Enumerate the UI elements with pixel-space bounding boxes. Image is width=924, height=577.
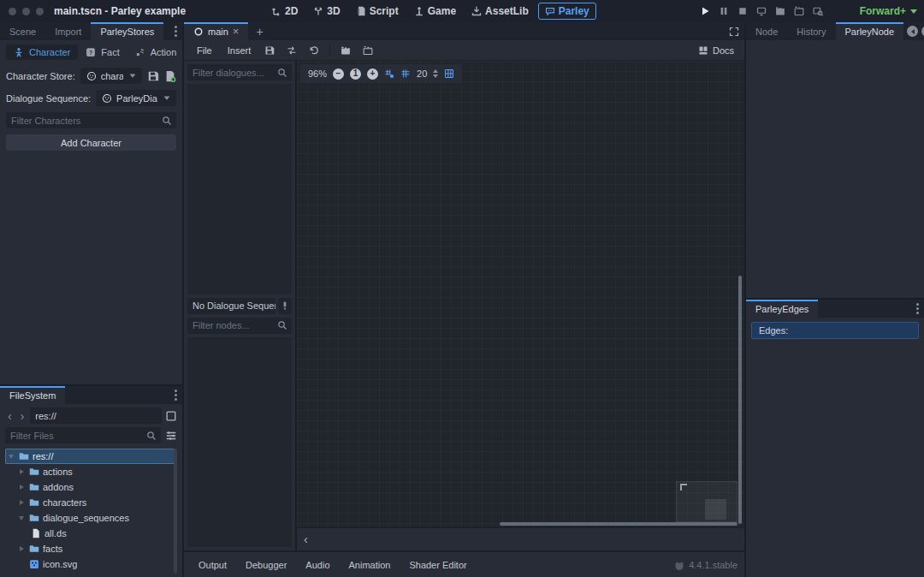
filter-nodes-field[interactable] <box>187 318 292 334</box>
tab-node[interactable]: Node <box>746 22 787 40</box>
window-close-button[interactable] <box>9 8 16 15</box>
tab-parleynode[interactable]: ParleyNode <box>836 22 903 40</box>
dock-menu-icon[interactable] <box>175 394 177 396</box>
minimap-viewport[interactable] <box>705 499 726 520</box>
dialogues-list[interactable] <box>187 84 292 294</box>
expand-caret-icon[interactable] <box>17 500 26 505</box>
tree-row[interactable]: dialogue_sequences <box>5 510 177 526</box>
zoom-out-button[interactable]: − <box>333 68 344 80</box>
collapse-caret-icon[interactable] <box>7 455 15 459</box>
zoom-in-button[interactable]: + <box>367 68 378 80</box>
tree-row[interactable]: icon.svg <box>5 556 177 572</box>
filter-files-field[interactable] <box>5 427 161 443</box>
save-dialogue-icon[interactable] <box>260 45 279 56</box>
sort-options-icon[interactable] <box>165 430 177 442</box>
filter-characters-field[interactable] <box>6 112 176 128</box>
tree-row[interactable]: addons <box>5 479 177 495</box>
expand-editor-icon[interactable] <box>729 27 739 37</box>
add-character-button[interactable]: Add Character <box>6 134 176 151</box>
collapse-caret-icon[interactable] <box>17 516 26 520</box>
snap-step-value[interactable]: 20 <box>417 68 427 79</box>
mode-action-button[interactable]: Action <box>127 45 185 60</box>
context-script-button[interactable]: Script <box>350 3 405 19</box>
tree-scrollbar[interactable] <box>174 449 177 574</box>
grid-toggle-icon[interactable] <box>400 68 411 79</box>
path-field[interactable] <box>30 407 162 424</box>
history-back-button[interactable]: ‹ <box>5 410 15 422</box>
tree-row[interactable]: main.gd <box>5 572 177 574</box>
tab-import[interactable]: Import <box>45 22 91 40</box>
current-path[interactable] <box>30 411 162 421</box>
play-custom-scene-button[interactable] <box>794 6 804 16</box>
graph-minimap[interactable] <box>676 481 737 522</box>
context-parley-button[interactable]: Parley <box>538 3 596 20</box>
filter-characters-input[interactable] <box>6 116 162 126</box>
tree-row[interactable]: all.ds <box>5 526 177 541</box>
sequence-menu-button[interactable] <box>278 298 292 314</box>
dock-menu-icon[interactable] <box>916 307 919 310</box>
play-scene-button[interactable] <box>775 6 785 16</box>
new-store-icon[interactable] <box>164 70 176 82</box>
window-minimize-button[interactable] <box>22 8 30 15</box>
context-3d-button[interactable]: 3D <box>307 3 346 19</box>
tab-parleyedges[interactable]: ParleyEdges <box>746 300 818 318</box>
nodes-list[interactable] <box>187 337 292 548</box>
bottom-tab-debugger[interactable]: Debugger <box>238 557 294 573</box>
menu-file[interactable]: File <box>191 44 218 57</box>
expand-caret-icon[interactable] <box>17 469 26 474</box>
dialogue-graph-canvas[interactable]: 96% − 1 + 20 <box>297 61 744 527</box>
context-game-button[interactable]: Game <box>408 3 462 19</box>
new-scene-tab-button[interactable]: + <box>248 22 270 40</box>
stop-button[interactable] <box>737 6 748 16</box>
play-button[interactable] <box>700 6 710 16</box>
undo-icon[interactable] <box>305 45 323 56</box>
tree-row[interactable]: actions <box>5 464 177 479</box>
filter-dialogues-input[interactable] <box>187 68 277 78</box>
tree-row[interactable]: characters <box>5 495 177 510</box>
bottom-tab-output[interactable]: Output <box>191 557 234 573</box>
bottom-tab-animation[interactable]: Animation <box>341 557 399 573</box>
docs-button[interactable]: Docs <box>698 45 737 56</box>
movie-maker-icon[interactable] <box>813 6 823 16</box>
graph-horizontal-scrollbar[interactable] <box>500 522 737 526</box>
snap-toggle-icon[interactable] <box>384 68 394 79</box>
zoom-reset-button[interactable]: 1 <box>350 68 361 80</box>
filter-files-input[interactable] <box>5 431 146 441</box>
menu-insert[interactable]: Insert <box>222 44 258 57</box>
mode-fact-button[interactable]: ? Fact <box>78 45 127 60</box>
pause-button[interactable] <box>719 6 729 16</box>
tab-parleystores[interactable]: ParleyStores <box>91 22 163 40</box>
window-controls[interactable] <box>0 8 54 15</box>
character-store-dropdown[interactable]: character <box>80 68 142 84</box>
dialogue-sequence-dropdown[interactable]: ParleyDialogue <box>96 90 176 106</box>
bottom-tab-audio[interactable]: Audio <box>298 557 337 573</box>
import-export-icon[interactable] <box>282 45 301 56</box>
bottom-tab-shader-editor[interactable]: Shader Editor <box>401 557 474 573</box>
scene-tab-main[interactable]: main × <box>184 22 248 40</box>
graph-vertical-scrollbar[interactable] <box>738 276 742 524</box>
tab-history[interactable]: History <box>787 22 835 40</box>
tab-scene[interactable]: Scene <box>0 22 45 40</box>
tabs-scroll-left-icon[interactable] <box>907 26 918 37</box>
collapse-panel-icon[interactable]: ‹ <box>304 532 308 546</box>
close-tab-icon[interactable]: × <box>233 26 240 37</box>
tab-filesystem[interactable]: FileSystem <box>0 386 65 404</box>
snap-step-spinner[interactable] <box>433 69 438 78</box>
window-maximize-button[interactable] <box>36 8 44 15</box>
context-2d-button[interactable]: 2D <box>265 3 304 19</box>
renderer-selector[interactable]: Forward+ <box>860 0 917 22</box>
test-dialogue-icon[interactable] <box>336 45 355 56</box>
filter-dialogues-field[interactable] <box>187 64 292 80</box>
dock-menu-icon[interactable] <box>175 30 177 33</box>
tree-row[interactable]: res:// <box>5 449 177 464</box>
expand-caret-icon[interactable] <box>17 485 26 490</box>
history-forward-button[interactable]: › <box>18 410 27 422</box>
save-store-icon[interactable] <box>147 70 159 82</box>
context-assetlib-button[interactable]: AssetLib <box>465 3 535 19</box>
remote-debug-icon[interactable] <box>756 6 767 16</box>
test-dialogue-from-node-icon[interactable] <box>358 45 377 56</box>
filter-nodes-input[interactable] <box>187 320 277 330</box>
split-mode-icon[interactable] <box>165 410 177 422</box>
mode-character-button[interactable]: Character <box>6 45 78 60</box>
minimap-toggle-icon[interactable] <box>444 68 454 79</box>
